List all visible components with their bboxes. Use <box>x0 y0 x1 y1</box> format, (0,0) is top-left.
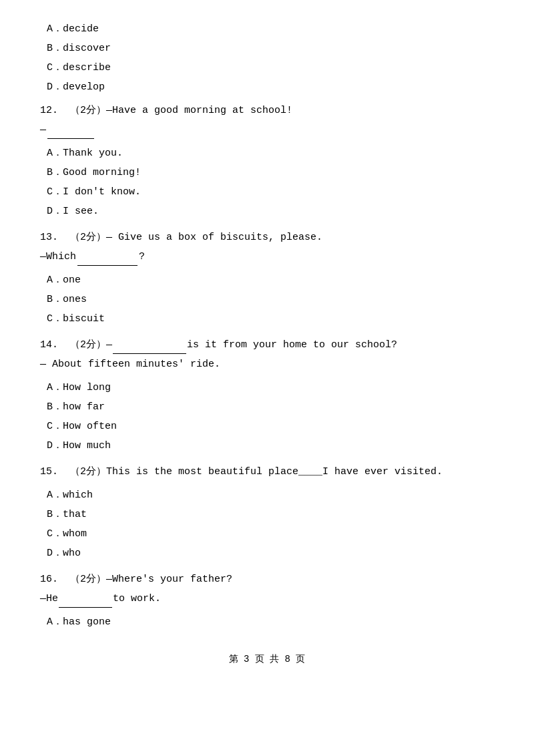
option-a-decide-text: A．decide <box>47 23 99 35</box>
q16-option-a: A．has gone <box>40 613 494 631</box>
option-c-describe-text: C．describe <box>47 62 111 73</box>
q12-option-d: D．I see. <box>40 202 494 220</box>
q15-option-d-text: D．who <box>47 548 81 559</box>
question-14: 14. （2分）—is it from your home to our sch… <box>40 336 494 455</box>
question-15: 15. （2分）This is the most beautiful place… <box>40 463 494 562</box>
q14-option-b: B．how far <box>40 398 494 416</box>
q14-blank <box>113 353 186 354</box>
option-b-discover: B．discover <box>40 39 494 57</box>
option-a-decide: A．decide <box>40 20 494 38</box>
q13-option-c-text: C．biscuit <box>47 313 105 325</box>
exam-content: A．decide B．discover C．describe D．develop… <box>40 20 494 631</box>
q15-option-b-text: B．that <box>47 509 87 520</box>
q15-option-c-text: C．whom <box>47 528 87 540</box>
q12-option-b-text: B．Good morning! <box>47 167 141 178</box>
q12-option-b: B．Good morning! <box>40 164 494 182</box>
q14-option-d-text: D．How much <box>47 440 111 451</box>
option-c-describe: C．describe <box>40 59 494 77</box>
q13-number: 13. （2分）— Give us a box of biscuits, ple… <box>40 232 322 243</box>
q16-blank <box>59 607 112 608</box>
q14-option-c-text: C．How often <box>47 421 117 432</box>
q13-option-a: A．one <box>40 271 494 289</box>
q16-prompt2: —Heto work. <box>40 590 494 608</box>
q16-option-a-text: A．has gone <box>47 616 111 628</box>
q13-option-b: B．ones <box>40 291 494 309</box>
q15-option-c: C．whom <box>40 525 494 543</box>
q12-blank <box>47 138 94 139</box>
q12-option-c: C．I don't know. <box>40 183 494 201</box>
q13-option-a-text: A．one <box>47 274 81 286</box>
q12-option-d-text: D．I see. <box>47 206 99 217</box>
q14-option-b-text: B．how far <box>47 401 105 413</box>
q15-option-a-text: A．which <box>47 490 93 501</box>
q13-header: 13. （2分）— Give us a box of biscuits, ple… <box>40 228 494 246</box>
q12-number: 12. （2分）—Have a good morning at school! <box>40 105 292 116</box>
option-b-discover-text: B．discover <box>47 43 111 54</box>
q14-option-a-text: A．How long <box>47 382 111 393</box>
q12-option-a-text: A．Thank you. <box>47 148 123 159</box>
q14-header: 14. （2分）—is it from your home to our sch… <box>40 336 494 354</box>
q12-prompt2: — <box>40 121 494 139</box>
q15-option-d: D．who <box>40 544 494 562</box>
q13-option-b-text: B．ones <box>47 294 87 305</box>
q13-prompt2: —Which? <box>40 248 494 266</box>
question-12: 12. （2分）—Have a good morning at school! … <box>40 102 494 220</box>
q16-header: 16. （2分）—Where's your father? <box>40 570 494 588</box>
page-footer-text: 第 3 页 共 8 页 <box>229 654 306 665</box>
q13-blank <box>77 265 138 266</box>
q13-option-c: C．biscuit <box>40 310 494 328</box>
q12-option-a: A．Thank you. <box>40 144 494 162</box>
q12-option-c-text: C．I don't know. <box>47 186 141 198</box>
q15-option-b: B．that <box>40 506 494 524</box>
q14-option-a: A．How long <box>40 379 494 397</box>
q15-option-a: A．which <box>40 486 494 504</box>
option-d-develop: D．develop <box>40 78 494 96</box>
page-footer: 第 3 页 共 8 页 <box>40 651 494 668</box>
q15-header: 15. （2分）This is the most beautiful place… <box>40 463 494 481</box>
q14-option-d: D．How much <box>40 437 494 455</box>
question-13: 13. （2分）— Give us a box of biscuits, ple… <box>40 228 494 328</box>
q12-header: 12. （2分）—Have a good morning at school! <box>40 102 494 120</box>
option-d-develop-text: D．develop <box>47 81 105 93</box>
q14-prompt2: — About fifteen minutes' ride. <box>40 355 494 373</box>
question-16: 16. （2分）—Where's your father? —Heto work… <box>40 570 494 631</box>
q14-option-c: C．How often <box>40 417 494 435</box>
